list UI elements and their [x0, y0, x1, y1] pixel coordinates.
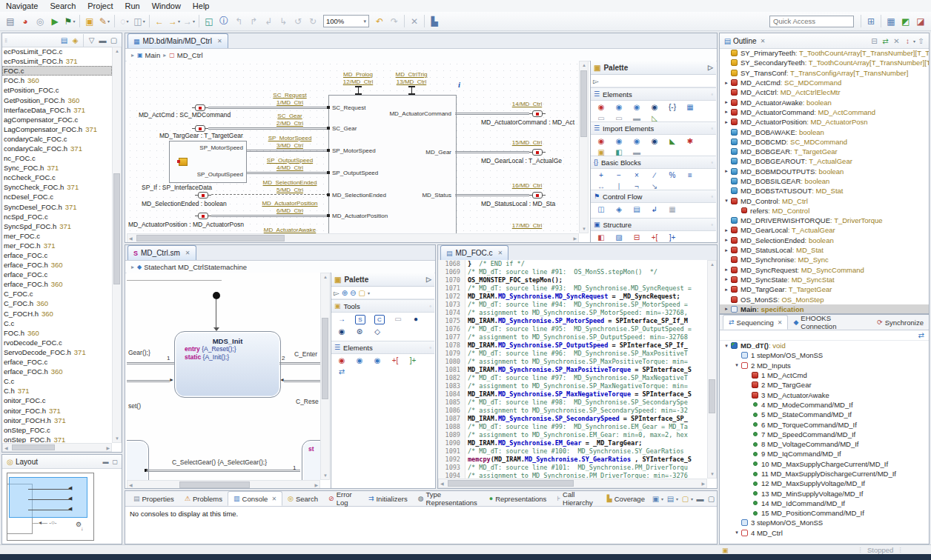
external-tools-icon[interactable]: ◎: [33, 14, 47, 29]
tree-item[interactable]: 13 MD_MinSupplyVoltage/MD_If: [720, 488, 929, 498]
import-element-icon[interactable]: ◉: [646, 136, 663, 147]
view-drag-handle[interactable]: ⁝⁝: [4, 37, 7, 44]
tree-item[interactable]: 14 MD_IdCommand/MD_If: [720, 499, 929, 508]
code-line[interactable]: 1074/* assignment to MD_Synchronise.SP_M…: [438, 309, 707, 317]
list-item[interactable]: C_FOCH.h360: [2, 309, 112, 319]
code-line[interactable]: 1077/* assignment to MD_Synchronise.SP_O…: [438, 333, 707, 341]
minimize-icon[interactable]: ▬: [695, 495, 706, 503]
list-item[interactable]: ncCheck_FOC.c: [2, 173, 112, 182]
maximize-icon[interactable]: ▢: [706, 495, 717, 503]
code-line[interactable]: 1075MD_IRAM.MD_Synchronise.SP_MotorSpeed…: [438, 317, 707, 325]
tree-item[interactable]: ▸MD_GearLocal : T_ActualGear: [720, 225, 929, 235]
code-line[interactable]: 1081MD_IRAM.MD_Synchronise.SP_MaxPositiv…: [438, 366, 707, 374]
list-item[interactable]: C_FOC.c: [2, 289, 112, 299]
connector-icon[interactable]: [529, 192, 546, 199]
inport-icon[interactable]: +[: [386, 355, 404, 366]
tree-item[interactable]: SY_PrimaryTeeth : T_ToothCountArray[T_Tr…: [720, 48, 929, 58]
code-line[interactable]: 1078MD_IRAM.MD_Synchronise.SP_OutputSpee…: [438, 341, 707, 350]
chevron-right-icon[interactable]: ▸: [723, 227, 730, 233]
tree-item[interactable]: 1 MD_ActCmd: [720, 370, 929, 380]
promote-icon[interactable]: ⇧: [915, 37, 927, 45]
list-item[interactable]: GetPosition_FOC.h360: [2, 95, 112, 104]
tree-item[interactable]: 10 MD_MaxSupplyChargeCurrent/MD_If: [720, 459, 929, 469]
list-item[interactable]: SyncDesel_FOC.h371: [2, 202, 112, 212]
chevron-right-icon[interactable]: ▸: [723, 306, 730, 312]
abs-icon[interactable]: ≡: [681, 170, 699, 181]
outport-icon[interactable]: ]+: [404, 355, 422, 366]
diagram-icon[interactable]: ▨: [610, 232, 628, 243]
minimize-icon[interactable]: ▬: [97, 36, 108, 44]
chevron-right-icon[interactable]: ▸: [723, 237, 730, 243]
select-tool-icon[interactable]: ▻: [593, 77, 599, 85]
palette-section-header[interactable]: {}Basic Blocks◦: [591, 156, 716, 169]
tree-item[interactable]: 9 MD_IqCommand/MD_If: [720, 449, 929, 459]
tree-item[interactable]: SY_TransConf : T_TransConfigArray[T_Tran…: [720, 68, 929, 78]
final-state-icon[interactable]: ◉: [333, 326, 351, 337]
element-icon[interactable]: ◉: [628, 101, 646, 113]
tree-item[interactable]: MD_ActCtrl : MD_ActCtrlElecMtr: [720, 87, 929, 97]
note-icon[interactable]: ▢: [358, 289, 365, 297]
code-line[interactable]: 1082/* MD_dT: source line #97: MD_Synchr…: [438, 374, 707, 382]
list-item[interactable]: onStep_FOC.h371: [2, 435, 112, 443]
menu-run[interactable]: Run: [119, 1, 146, 10]
chevron-right-icon[interactable]: ▸: [723, 267, 730, 273]
not-icon[interactable]: ¬: [628, 181, 646, 190]
chevron-down-icon[interactable]: ▾: [733, 362, 741, 368]
shape-icon[interactable]: ▭: [610, 113, 628, 121]
literal-icon[interactable]: {-}: [663, 101, 681, 113]
tree-item[interactable]: MD_Synchronise : MD_Sync: [720, 255, 929, 264]
chevron-right-icon[interactable]: ▸: [723, 80, 730, 86]
state-shape-icon[interactable]: ▭: [389, 313, 407, 324]
tree-item[interactable]: ▸MD_BOBMDOUTPUTS : boolean: [720, 167, 929, 176]
chevron-right-icon[interactable]: ▸: [723, 247, 730, 253]
undo-icon[interactable]: ↶: [372, 14, 387, 29]
list-item[interactable]: C_FOC.h360: [2, 299, 112, 308]
code-vscrollbar[interactable]: ▲▼: [707, 260, 717, 479]
element-label[interactable]: MD_ActuatorCommand : MD_Act: [481, 119, 576, 126]
open-console-icon[interactable]: ▣: [650, 495, 661, 503]
shape-icon[interactable]: ◺: [646, 113, 663, 121]
tree-item[interactable]: 3 stepMon/OS_MonSS: [720, 518, 929, 527]
list-item[interactable]: ecPosLimit_FOC.h371: [2, 56, 112, 66]
viewport-rectangle[interactable]: [9, 477, 87, 518]
info-icon[interactable]: ⓘ: [216, 14, 231, 29]
palette-section-header[interactable]: ☰Elements◦: [331, 341, 434, 354]
partial-state[interactable]: [127, 440, 149, 480]
outport-icon[interactable]: ]+: [663, 232, 681, 243]
step-icon[interactable]: ↲: [261, 14, 276, 29]
tree-item[interactable]: 8 MD_VoltageCommand/MD_If: [720, 439, 929, 449]
region-icon[interactable]: ⊟: [628, 232, 646, 243]
tree-item[interactable]: 5 MD_StateCommand/MD_If: [720, 410, 929, 419]
chevron-down-icon[interactable]: ▾: [723, 343, 730, 349]
list-item[interactable]: erface_FOC.c: [2, 250, 112, 260]
open-type-icon[interactable]: ◫▾: [132, 14, 147, 29]
tree-item[interactable]: 12 MD_MaxSupplyVoltage/MD_If: [720, 479, 929, 488]
tab-synchronize[interactable]: ⟳Synchronize: [872, 315, 929, 330]
forward-icon[interactable]: →▾: [167, 14, 182, 29]
class-icon[interactable]: ◧: [592, 232, 610, 243]
explorer-vscrollbar[interactable]: ▲▼: [112, 47, 122, 443]
code-line[interactable]: 1070OS_MONSTEP_FOC_stepMon();: [438, 276, 707, 284]
code-line[interactable]: 1088/* MD_dT: source line #99: MD_Synchr…: [438, 423, 707, 431]
block-icon[interactable]: ▦: [663, 204, 681, 215]
element-icon[interactable]: ◉: [368, 355, 386, 366]
new-icon[interactable]: ▤: [3, 14, 18, 29]
tree-item[interactable]: MD_DRIVERWISHTORQUE : T_DriverTorque: [720, 216, 929, 225]
bd-vscrollbar[interactable]: ▲▼: [579, 61, 589, 233]
chevron-right-icon[interactable]: ▸: [723, 119, 730, 125]
chevron-down-icon[interactable]: ▾: [723, 198, 730, 204]
switch-icon[interactable]: ◈: [610, 204, 628, 215]
connector-icon[interactable]: [529, 110, 546, 117]
multiply-icon[interactable]: ×: [628, 170, 646, 181]
scalar-element-icon[interactable]: ◉: [610, 101, 628, 113]
view-list-icon[interactable]: ▤: [59, 36, 70, 44]
tree-item[interactable]: MD_BOBSILGEAR : boolean: [720, 176, 929, 186]
element-icon[interactable]: ◉: [351, 355, 368, 366]
info-annotation-icon[interactable]: i: [458, 80, 460, 89]
list-item[interactable]: nc_FOC.c: [2, 153, 112, 163]
list-item[interactable]: ncDesel_FOC.c: [2, 192, 112, 201]
tree-item[interactable]: ▸MD_SyncRequest : MD_SyncCommand: [720, 265, 929, 275]
tab-problems[interactable]: ⚠Problems: [179, 491, 228, 506]
sm-hscrollbar[interactable]: ◀▶: [127, 480, 320, 489]
palette-section-header[interactable]: ▣Structure◦: [591, 218, 716, 231]
